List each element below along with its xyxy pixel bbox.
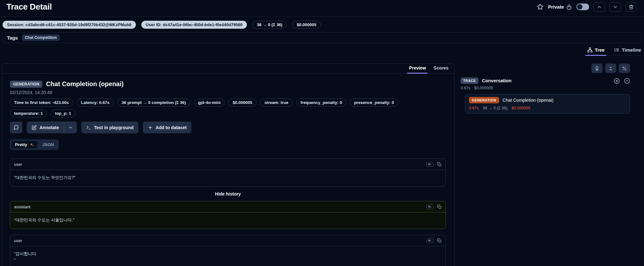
next-trace-button[interactable]: [610, 2, 621, 12]
chevron-up-icon: [597, 4, 602, 10]
markdown-toggle-icon[interactable]: M↓: [426, 238, 433, 243]
trace-cost: $0.000005: [474, 86, 493, 90]
award-icon: [595, 66, 599, 71]
observation-timestamp: 02/12/2024, 14:20:49: [10, 90, 446, 95]
trace-title: Conversation: [482, 78, 512, 83]
timeline-icon: [614, 47, 619, 53]
panel-tabs: Preview Scores: [2, 64, 454, 74]
tab-timeline[interactable]: Timeline: [613, 46, 642, 55]
metric-model[interactable]: gpt-4o-mini: [194, 99, 225, 107]
chevron-down-icon: [68, 125, 73, 130]
observation-latency: 0.67s: [469, 106, 479, 110]
metric-pills: Time to first token: -423.00s Latency: 0…: [10, 99, 425, 117]
message-role: user: [14, 238, 22, 243]
trace-latency: 0.67s: [461, 86, 470, 90]
tab-preview[interactable]: Preview: [406, 65, 429, 73]
trace-tree-root[interactable]: TRACE Conversation: [461, 78, 630, 84]
previous-trace-button[interactable]: [594, 2, 605, 12]
collapse-icon[interactable]: [624, 78, 630, 84]
fold-vertical-icon: [608, 66, 613, 71]
message-content: "대한민국의 수도는 서울입니다.": [10, 212, 446, 229]
format-toggle: Pretty JSON: [10, 139, 59, 150]
expand-all-icon[interactable]: [614, 78, 620, 84]
privacy-toggle[interactable]: [576, 4, 589, 10]
metric-token-usage: 36 prompt → 0 completion (Σ 36): [117, 99, 190, 107]
message-role: assistant: [14, 204, 30, 209]
comment-icon: [13, 125, 19, 130]
observation-title: Chat Completion (openai): [46, 80, 123, 88]
markdown-toggle-icon[interactable]: M↓: [426, 162, 433, 167]
percent-icon: [622, 66, 627, 71]
pretty-label: Pretty: [15, 142, 27, 147]
observation-panel: Preview Scores GENERATION Chat Completio…: [2, 63, 455, 266]
annotate-button[interactable]: Annotate: [27, 122, 64, 133]
copy-icon[interactable]: [437, 204, 442, 209]
trace-metrics: 0.67s $0.000005: [461, 86, 630, 90]
metric-frequency-penalty: frequency_penalty: 0: [296, 99, 346, 107]
metric-time-to-first-token: Time to first token: -423.00s: [10, 99, 73, 107]
comments-button[interactable]: [10, 122, 22, 133]
cost-badge: $0.000005: [292, 21, 321, 29]
playground-label: Test in playground: [94, 125, 134, 130]
collapse-all-button[interactable]: [605, 63, 616, 73]
trace-tree-sidebar: TRACE Conversation 0.67s $0.000005 GENER…: [458, 63, 644, 114]
metric-stream: stream: true: [260, 99, 292, 107]
metric-temperature: temperature: 1: [10, 109, 47, 117]
tab-timeline-label: Timeline: [622, 47, 641, 53]
annotate-dropdown-button[interactable]: [64, 122, 77, 133]
toggle-knob: [577, 4, 582, 10]
metric-presence-penalty: presence_penalty: 0: [350, 99, 398, 107]
format-pretty-segment[interactable]: Pretty: [11, 140, 38, 149]
message-content: "대한민국의 수도는 무엇인가요?": [10, 170, 446, 186]
sparkles-icon: [29, 142, 34, 147]
privacy-label: Private: [548, 4, 564, 10]
metrics-toggle-button[interactable]: [619, 63, 630, 73]
annotate-split-button: Annotate: [27, 122, 77, 133]
tree-icon: [587, 47, 593, 53]
message-block-user-2: user M↓ "감사합니다 ": [10, 235, 446, 266]
tab-tree[interactable]: Tree: [587, 46, 605, 55]
observation-token-usage: 36 → 0 (Σ 36): [483, 106, 507, 110]
tab-tree-label: Tree: [595, 47, 605, 53]
lock-icon: [566, 4, 572, 10]
generation-type-badge: GENERATION: [469, 97, 499, 103]
generation-type-badge: GENERATION: [10, 81, 42, 88]
json-label: JSON: [42, 142, 54, 147]
format-json-segment[interactable]: JSON: [38, 140, 58, 149]
metric-cost: $0.000005: [228, 99, 256, 107]
add-to-dataset-label: Add to dataset: [156, 125, 187, 130]
edit-icon: [32, 125, 37, 130]
page-title: Trace Detail: [6, 2, 52, 12]
message-block-user-1: user M↓ "대한민국의 수도는 무엇인가요?": [10, 159, 446, 187]
tree-observation-item[interactable]: GENERATION Chat Completion (openai) 0.67…: [465, 94, 630, 114]
session-badge[interactable]: Session: cd3abcd6-c81c-4037-935d-19d9f27…: [3, 21, 136, 29]
terminal-icon: [86, 125, 91, 130]
copy-icon[interactable]: [437, 162, 442, 167]
tag-chip[interactable]: Chat Competition: [22, 34, 60, 41]
observation-cost: $0.000005: [512, 106, 530, 110]
copy-icon[interactable]: [437, 238, 442, 243]
trace-type-badge: TRACE: [461, 78, 478, 84]
view-tabs-row: Tree Timeline: [0, 46, 644, 56]
message-role: user: [14, 162, 22, 167]
plus-icon: [148, 125, 153, 130]
tags-container[interactable]: Tags Chat Competition: [3, 32, 641, 43]
message-content: "감사합니다 ": [10, 246, 446, 266]
hide-history-button[interactable]: Hide history: [10, 191, 446, 196]
trace-id-badges: Session: cd3abcd6-c81c-4037-935d-19d9f27…: [0, 17, 644, 29]
privacy-control: Private: [548, 4, 572, 10]
markdown-toggle-icon[interactable]: M↓: [426, 204, 433, 209]
page-header: Trace Detail Private: [0, 0, 644, 17]
metric-top-p: top_p: 1: [51, 109, 75, 117]
message-block-assistant: assistant M↓ "대한민국의 수도는 서울입니다.": [10, 201, 446, 229]
delete-trace-button[interactable]: [625, 2, 637, 12]
star-icon[interactable]: [537, 4, 544, 10]
test-in-playground-button[interactable]: Test in playground: [81, 122, 138, 133]
add-to-dataset-button[interactable]: Add to dataset: [143, 122, 191, 133]
tab-scores[interactable]: Scores: [430, 65, 452, 73]
messages-list: user M↓ "대한민국의 수도는 무엇인가요?" Hide history …: [10, 159, 446, 266]
user-id-badge[interactable]: User ID: dc47a41e-06bc-400d-bde1-f0e440d…: [141, 21, 247, 29]
token-usage-badge: 36 → 0 (Σ 36): [252, 21, 287, 29]
metric-latency: Latency: 0.67s: [77, 99, 114, 107]
scores-toggle-button[interactable]: [591, 63, 603, 73]
